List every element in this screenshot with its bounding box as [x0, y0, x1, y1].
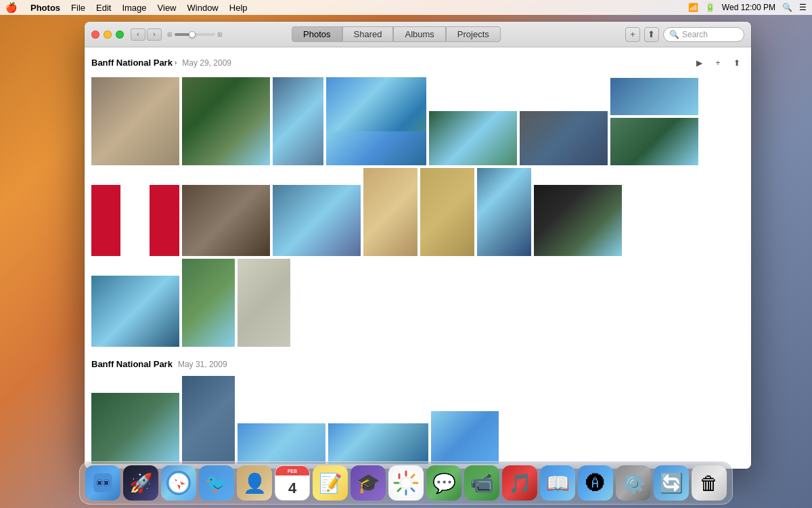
photo-item[interactable] — [238, 259, 290, 347]
search-placeholder: Search — [682, 30, 708, 39]
photo-row-1 — [91, 77, 744, 165]
nav-buttons: ‹ › — [131, 28, 162, 41]
add-section-button[interactable]: + — [710, 56, 725, 70]
section-actions-1: ▶ + ⬆ — [692, 56, 744, 70]
photo-item[interactable] — [182, 77, 270, 165]
photo-item[interactable] — [520, 111, 608, 165]
dock-icon-tweetbot[interactable]: 🐦 — [199, 465, 234, 501]
menu-help[interactable]: Help — [229, 3, 248, 13]
section-header-2: Banff National Park May 31, 2009 — [91, 358, 744, 371]
zoom-slider-area: ⊞ ⊞ — [167, 31, 223, 38]
spotlight-icon[interactable]: 🔍 — [782, 3, 792, 12]
section-header-1: Banff National Park › May 29, 2009 ▶ + ⬆ — [91, 54, 744, 72]
title-bar: ‹ › ⊞ ⊞ Photos Shared Albums Projects + … — [85, 22, 751, 47]
svg-rect-5 — [97, 481, 102, 485]
menu-image[interactable]: Image — [122, 3, 146, 13]
photo-item[interactable] — [610, 118, 698, 165]
photo-item[interactable] — [91, 77, 179, 165]
photo-item[interactable] — [610, 78, 698, 115]
dock-icon-system-prefs[interactable]: ⚙️ — [616, 465, 651, 501]
photo-row-3 — [91, 259, 744, 347]
section-date-1: May 29, 2009 — [182, 58, 231, 68]
zoom-out-icon: ⊞ — [167, 31, 173, 38]
dock-container: 🚀 🐦 👤 FEB 4 📝 — [79, 461, 733, 505]
dock-icon-calendar[interactable]: FEB 4 — [275, 465, 310, 501]
dock: 🚀 🐦 👤 FEB 4 📝 — [0, 454, 812, 508]
menu-extra-icon[interactable]: ☰ — [799, 3, 807, 12]
share-button[interactable]: ⬆ — [644, 27, 659, 42]
dock-icon-rocket[interactable]: 🚀 — [123, 465, 158, 501]
zoom-in-icon: ⊞ — [217, 31, 223, 38]
dock-icon-ibooks[interactable]: 📖 — [540, 465, 575, 501]
photo-item[interactable] — [363, 168, 418, 256]
back-button[interactable]: ‹ — [131, 28, 145, 41]
share-section-button[interactable]: ⬆ — [729, 56, 744, 70]
menu-view[interactable]: View — [158, 3, 177, 13]
dock-icon-trash[interactable]: 🗑 — [692, 465, 727, 501]
tab-bar: Photos Shared Albums Projects — [292, 26, 501, 42]
battery-icon: 🔋 — [705, 3, 715, 12]
wifi-icon: 📶 — [688, 3, 698, 12]
menu-window[interactable]: Window — [187, 3, 219, 13]
photo-item[interactable] — [420, 168, 474, 256]
apple-logo-icon[interactable]: 🍎 — [5, 2, 17, 13]
dock-icon-migration[interactable]: 🔄 — [654, 465, 689, 501]
photo-item[interactable] — [273, 77, 323, 165]
minimize-button[interactable] — [104, 30, 112, 39]
photo-item[interactable] — [182, 259, 235, 347]
photo-item[interactable] — [273, 185, 361, 256]
tab-photos[interactable]: Photos — [292, 26, 342, 42]
dock-icon-facetime[interactable]: 📹 — [464, 465, 499, 501]
photo-column — [610, 78, 698, 165]
photo-item[interactable] — [182, 185, 270, 256]
photo-item[interactable] — [534, 185, 622, 256]
photo-item[interactable] — [429, 111, 517, 165]
dock-icon-finder[interactable] — [85, 465, 120, 501]
menu-file[interactable]: File — [71, 3, 85, 13]
app-name[interactable]: Photos — [30, 3, 60, 13]
slider-thumb[interactable] — [189, 31, 196, 38]
tab-shared[interactable]: Shared — [342, 26, 394, 42]
menu-edit[interactable]: Edit — [96, 3, 111, 13]
search-box[interactable]: 🔍 Search — [663, 27, 744, 42]
dock-icon-music[interactable]: 🎵 — [502, 465, 537, 501]
menu-bar: 🍎 Photos File Edit Image View Window Hel… — [0, 0, 812, 15]
dock-icon-notes[interactable]: 📝 — [313, 465, 348, 501]
zoom-slider[interactable] — [175, 33, 215, 36]
photo-row-4 — [91, 376, 744, 464]
tab-albums[interactable]: Albums — [393, 26, 445, 42]
section-date-2: May 31, 2009 — [178, 360, 227, 369]
photo-item[interactable] — [91, 276, 179, 347]
section-title-2: Banff National Park — [91, 359, 173, 369]
maximize-button[interactable] — [116, 30, 124, 39]
section-title-link-1[interactable]: Banff National Park › — [91, 58, 177, 68]
dock-icon-itunes-u[interactable]: 🎓 — [351, 465, 386, 501]
traffic-lights — [91, 30, 124, 39]
forward-button[interactable]: › — [147, 28, 162, 41]
dock-icon-contacts[interactable]: 👤 — [237, 465, 272, 501]
menu-bar-right: 📶 🔋 Wed 12:00 PM 🔍 ☰ — [688, 3, 807, 12]
svg-rect-6 — [104, 481, 108, 485]
photos-window: ‹ › ⊞ ⊞ Photos Shared Albums Projects + … — [85, 22, 751, 469]
photo-item[interactable] — [182, 376, 235, 464]
chevron-right-icon: › — [175, 59, 177, 66]
toolbar-actions: + ⬆ 🔍 Search — [625, 27, 744, 42]
tab-projects[interactable]: Projects — [446, 26, 501, 42]
photo-item[interactable] — [91, 185, 179, 256]
photo-row-2 — [91, 168, 744, 256]
menu-bar-left: 🍎 Photos File Edit Image View Window Hel… — [5, 2, 248, 13]
close-button[interactable] — [91, 30, 99, 39]
add-button[interactable]: + — [625, 27, 640, 42]
dock-icon-safari[interactable] — [161, 465, 196, 501]
photo-item[interactable] — [326, 77, 426, 165]
photo-item[interactable] — [477, 168, 531, 256]
dock-icon-photos[interactable] — [388, 465, 424, 501]
section-title-1: Banff National Park — [91, 58, 173, 68]
section-title-text-2: Banff National Park — [91, 359, 173, 369]
clock: Wed 12:00 PM — [722, 3, 775, 12]
photo-content[interactable]: Banff National Park › May 29, 2009 ▶ + ⬆ — [85, 47, 751, 469]
search-icon: 🔍 — [669, 30, 679, 39]
dock-icon-appstore[interactable]: 🅐 — [578, 465, 613, 501]
slideshow-button[interactable]: ▶ — [692, 56, 706, 70]
dock-icon-messages[interactable]: 💬 — [426, 465, 461, 501]
